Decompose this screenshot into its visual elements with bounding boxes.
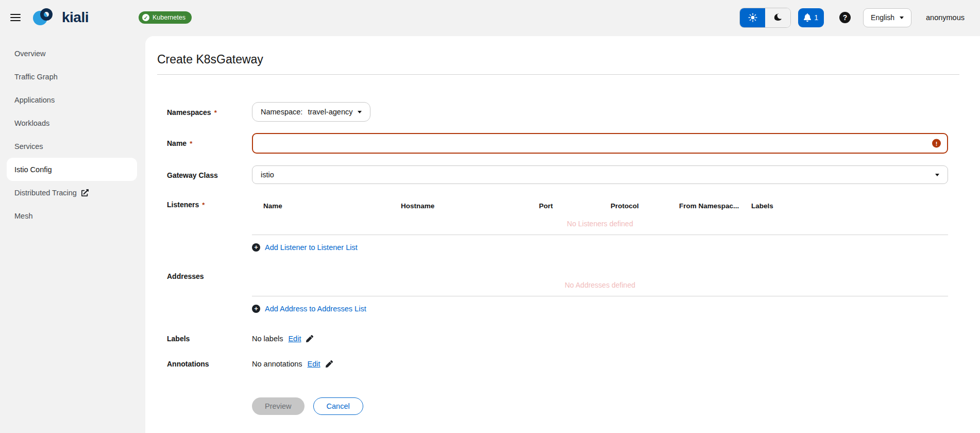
addresses-row: Addresses No Addresses defined + Add Add… [167, 271, 948, 314]
namespace-dropdown-prefix: Namespace: [261, 108, 302, 116]
kiali-logo[interactable]: kiali [32, 7, 89, 28]
sun-icon [748, 13, 757, 22]
content-card: Create K8sGateway Namespaces* Namespace:… [145, 36, 980, 433]
cancel-button[interactable]: Cancel [313, 397, 363, 415]
chevron-down-icon [935, 174, 939, 176]
kiali-logo-icon [32, 7, 60, 28]
namespace-dropdown[interactable]: Namespace: travel-agency [252, 102, 370, 122]
chevron-down-icon [358, 111, 362, 113]
sidebar-item-applications[interactable]: Applications [0, 88, 144, 111]
gateway-class-select[interactable]: istio [252, 165, 948, 184]
dark-theme-button[interactable] [765, 8, 790, 27]
listeners-empty-state: No Listeners defined [252, 219, 948, 228]
brand-name: kiali [62, 9, 89, 26]
listeners-table-header: Name Hostname Port Protocol From Namespa… [252, 199, 948, 211]
namespaces-row: Namespaces* Namespace: travel-agency [167, 102, 948, 122]
light-theme-button[interactable] [740, 8, 765, 27]
sidebar-item-istio-config[interactable]: Istio Config [7, 158, 137, 181]
divider [252, 296, 948, 296]
name-input[interactable] [252, 133, 948, 154]
add-address-link[interactable]: + Add Address to Addresses List [252, 304, 366, 314]
check-circle-icon: ✓ [142, 14, 149, 21]
preview-button[interactable]: Preview [252, 397, 305, 415]
divider [252, 235, 948, 235]
pencil-icon[interactable] [306, 335, 313, 342]
current-user: anonymous [926, 13, 965, 22]
edit-annotations-link[interactable]: Edit [308, 360, 320, 368]
name-label: Name* [167, 133, 252, 154]
question-icon: ? [843, 13, 848, 22]
language-label: English [871, 13, 894, 22]
notifications-button[interactable]: 1 [798, 8, 824, 27]
gateway-class-row: Gateway Class istio [167, 165, 948, 184]
col-hostname: Hostname [401, 201, 539, 211]
listeners-row: Listeners* Name Hostname Port Protocol F… [167, 199, 948, 253]
sidebar-item-traffic-graph[interactable]: Traffic Graph [0, 65, 144, 88]
notifications-count: 1 [814, 13, 818, 22]
sidebar: Overview Traffic Graph Applications Work… [0, 35, 144, 433]
cluster-badge-label: Kubernetes [153, 14, 185, 21]
pencil-icon[interactable] [326, 360, 333, 368]
cluster-badge: ✓ Kubernetes [139, 11, 192, 24]
annotations-empty-text: No annotations [252, 360, 302, 368]
plus-circle-icon: + [252, 305, 260, 313]
gateway-class-value: istio [261, 171, 274, 179]
labels-empty-text: No labels [252, 335, 283, 343]
annotations-row: Annotations No annotations Edit [167, 359, 948, 369]
language-dropdown[interactable]: English [863, 8, 911, 27]
namespaces-label: Namespaces* [167, 102, 252, 122]
main-area: Create K8sGateway Namespaces* Namespace:… [144, 35, 980, 433]
labels-row: Labels No labels Edit [167, 334, 948, 344]
plus-circle-icon: + [252, 243, 260, 252]
nav-toggle-icon[interactable] [10, 14, 21, 21]
gateway-class-label: Gateway Class [167, 165, 252, 184]
chevron-down-icon [900, 16, 904, 19]
create-k8sgateway-form: Namespaces* Namespace: travel-agency Nam… [167, 102, 948, 415]
page-title: Create K8sGateway [157, 52, 959, 67]
bell-icon [804, 13, 811, 22]
col-protocol: Protocol [611, 201, 679, 211]
addresses-label: Addresses [167, 271, 252, 314]
external-link-icon [81, 189, 89, 196]
col-labels: Labels [751, 201, 948, 211]
theme-toggle [739, 8, 791, 28]
sidebar-item-services[interactable]: Services [0, 135, 144, 158]
required-asterisk: * [190, 140, 192, 147]
sidebar-item-overview[interactable]: Overview [0, 42, 144, 65]
addresses-empty-state: No Addresses defined [252, 280, 948, 290]
name-row: Name* ! [167, 133, 948, 154]
error-exclamation-icon: ! [932, 139, 941, 148]
help-button[interactable]: ? [839, 12, 851, 23]
edit-labels-link[interactable]: Edit [288, 335, 301, 343]
sidebar-item-distributed-tracing[interactable]: Distributed Tracing [0, 181, 144, 204]
col-port: Port [539, 201, 611, 211]
annotations-label: Annotations [167, 359, 252, 369]
col-from-namespace: From Namespac... [679, 201, 751, 211]
title-divider [157, 74, 959, 75]
namespace-dropdown-value: travel-agency [308, 108, 352, 116]
add-listener-link[interactable]: + Add Listener to Listener List [252, 242, 358, 253]
required-asterisk: * [202, 201, 205, 209]
moon-icon [774, 13, 782, 22]
masthead: kiali ✓ Kubernetes [0, 0, 980, 35]
listeners-label: Listeners* [167, 199, 252, 253]
sidebar-item-mesh[interactable]: Mesh [0, 204, 144, 227]
labels-label: Labels [167, 334, 252, 344]
form-actions: Preview Cancel [167, 397, 948, 415]
required-asterisk: * [214, 109, 217, 116]
sidebar-item-workloads[interactable]: Workloads [0, 111, 144, 135]
col-name: Name [263, 201, 401, 211]
